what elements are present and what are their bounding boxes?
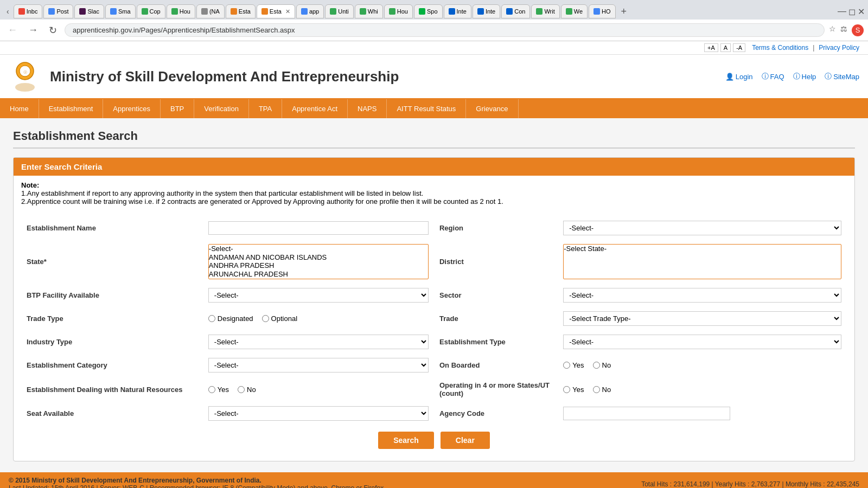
tab-scroll-left[interactable]: ‹ xyxy=(3,6,12,17)
font-decrease-button[interactable]: -A xyxy=(733,43,745,52)
nav-establishment[interactable]: Establishment xyxy=(39,99,104,118)
tab-sma[interactable]: Sma xyxy=(105,4,136,18)
industry-type-select[interactable]: -Select- xyxy=(208,335,429,349)
on-boarded-yes-radio[interactable] xyxy=(563,362,570,369)
tab-we[interactable]: We xyxy=(561,4,588,18)
operating-yes[interactable]: Yes xyxy=(563,386,584,394)
tab-gmail[interactable]: Inbc xyxy=(14,4,43,18)
trade-type-optional[interactable]: Optional xyxy=(262,314,297,323)
tab-writ[interactable]: Writ xyxy=(531,4,559,18)
tab-esta1[interactable]: Esta xyxy=(226,4,256,18)
tab-favicon xyxy=(330,8,336,15)
dealing-yes-radio[interactable] xyxy=(208,386,215,393)
tab-inte2[interactable]: Inte xyxy=(473,4,500,18)
minimize-icon[interactable]: — xyxy=(838,7,846,16)
tab-hou2[interactable]: Hou xyxy=(384,4,413,18)
search-button[interactable]: Search xyxy=(378,432,434,449)
tab-hou1[interactable]: Hou xyxy=(167,4,195,18)
faq-link[interactable]: ⓘ FAQ xyxy=(762,72,784,81)
operating-no-radio[interactable] xyxy=(593,386,600,393)
form-row-8: Seat Available -Select- Agency Code xyxy=(21,402,847,425)
tab-spo[interactable]: Spo xyxy=(414,4,443,18)
operating-no[interactable]: No xyxy=(593,386,611,394)
nav-tpa[interactable]: TPA xyxy=(249,99,282,118)
tab-inte1[interactable]: Inte xyxy=(444,4,471,18)
on-boarded-no[interactable]: No xyxy=(593,361,611,369)
establishment-type-select[interactable]: -Select- xyxy=(563,335,841,349)
operating-cell: Yes No xyxy=(558,377,847,402)
tab-esta-active[interactable]: Esta ✕ xyxy=(257,4,295,18)
state-option-andhra: ANDHRA PRADESH xyxy=(209,261,428,270)
reload-button[interactable]: ↻ xyxy=(46,23,60,37)
footer-copyright: © 2015 Ministry of Skill Development And… xyxy=(9,477,261,484)
login-icon: 👤 xyxy=(725,73,734,81)
tab-app[interactable]: app xyxy=(296,4,324,18)
district-listbox[interactable]: -Select State- xyxy=(563,244,841,279)
forward-button[interactable]: → xyxy=(25,23,41,37)
dealing-yes[interactable]: Yes xyxy=(208,386,229,394)
tab-con[interactable]: Con xyxy=(501,4,530,18)
faq-icon: ⓘ xyxy=(762,72,769,81)
svg-text:☉: ☉ xyxy=(23,70,27,75)
tab-na[interactable]: (NA xyxy=(196,4,225,18)
operating-yes-radio[interactable] xyxy=(563,386,570,393)
designated-radio[interactable] xyxy=(208,315,215,322)
tab-close-icon[interactable]: ✕ xyxy=(285,8,290,15)
establishment-category-select[interactable]: -Select- xyxy=(208,358,429,373)
btp-select[interactable]: -Select- xyxy=(208,288,429,303)
back-button[interactable]: ← xyxy=(4,23,21,37)
nav-apprentices[interactable]: Apprentices xyxy=(103,99,161,118)
tab-slack[interactable]: Slac xyxy=(74,4,104,18)
nav-home[interactable]: Home xyxy=(0,99,39,118)
dealing-no[interactable]: No xyxy=(238,386,256,394)
profile-icon[interactable]: S xyxy=(852,24,864,36)
close-icon[interactable]: ✕ xyxy=(858,7,865,17)
agency-code-input[interactable] xyxy=(563,407,730,420)
extension-icon[interactable]: ⚖ xyxy=(840,24,847,36)
optional-radio[interactable] xyxy=(262,315,269,322)
login-link[interactable]: 👤 Login xyxy=(725,73,753,81)
bookmark-icon[interactable]: ☆ xyxy=(829,24,836,36)
trade-select[interactable]: -Select Trade Type- xyxy=(563,311,841,326)
tab-cop[interactable]: Cop xyxy=(137,4,165,18)
on-boarded-yes[interactable]: Yes xyxy=(563,361,584,369)
sector-select[interactable]: -Select- xyxy=(563,288,841,303)
privacy-link[interactable]: Privacy Policy xyxy=(819,44,859,52)
tab-unti[interactable]: Unti xyxy=(325,4,354,18)
clear-button[interactable]: Clear xyxy=(441,432,490,449)
new-tab-button[interactable]: + xyxy=(617,6,631,17)
nav-btp[interactable]: BTP xyxy=(161,99,194,118)
seat-available-select[interactable]: -Select- xyxy=(208,406,429,421)
footer-left: © 2015 Ministry of Skill Development And… xyxy=(9,477,386,488)
state-option-andaman: ANDAMAN AND NICOBAR ISLANDS xyxy=(209,253,428,262)
font-increase-button[interactable]: +A xyxy=(704,43,718,52)
dealing-no-radio[interactable] xyxy=(238,386,245,393)
terms-link[interactable]: Terms & Conditions xyxy=(752,44,808,52)
help-link[interactable]: ⓘ Help xyxy=(793,72,816,81)
nav-naps[interactable]: NAPS xyxy=(348,99,387,118)
region-label: Region xyxy=(434,216,558,240)
nav-apprentice-act[interactable]: Apprentice Act xyxy=(282,99,348,118)
tab-label: Cop xyxy=(150,8,161,15)
district-option: -Select State- xyxy=(564,245,841,253)
nav-verification[interactable]: Verification xyxy=(194,99,249,118)
url-input[interactable] xyxy=(65,23,825,37)
trade-label: Trade xyxy=(434,307,558,330)
sitemap-link[interactable]: ⓘ SiteMap xyxy=(825,72,859,81)
establishment-type-cell: -Select- xyxy=(558,330,847,354)
tab-post[interactable]: Post xyxy=(43,4,73,18)
tab-ho[interactable]: HO xyxy=(589,4,616,18)
on-boarded-no-radio[interactable] xyxy=(593,362,600,369)
tab-label: Slac xyxy=(87,8,99,15)
trade-type-designated[interactable]: Designated xyxy=(208,314,253,323)
region-select[interactable]: -Select- xyxy=(563,221,841,235)
establishment-name-input[interactable] xyxy=(208,221,429,235)
nav-aitt[interactable]: AITT Result Status xyxy=(387,99,466,118)
state-listbox[interactable]: -Select- ANDAMAN AND NICOBAR ISLANDS AND… xyxy=(208,244,429,279)
nav-grievance[interactable]: Grievance xyxy=(466,99,518,118)
dealing-natural-cell: Yes No xyxy=(203,377,434,402)
restore-icon[interactable]: ◻ xyxy=(848,7,856,17)
tab-label-active: Esta xyxy=(270,8,282,15)
font-normal-button[interactable]: A xyxy=(720,43,731,52)
tab-whi[interactable]: Whi xyxy=(355,4,383,18)
